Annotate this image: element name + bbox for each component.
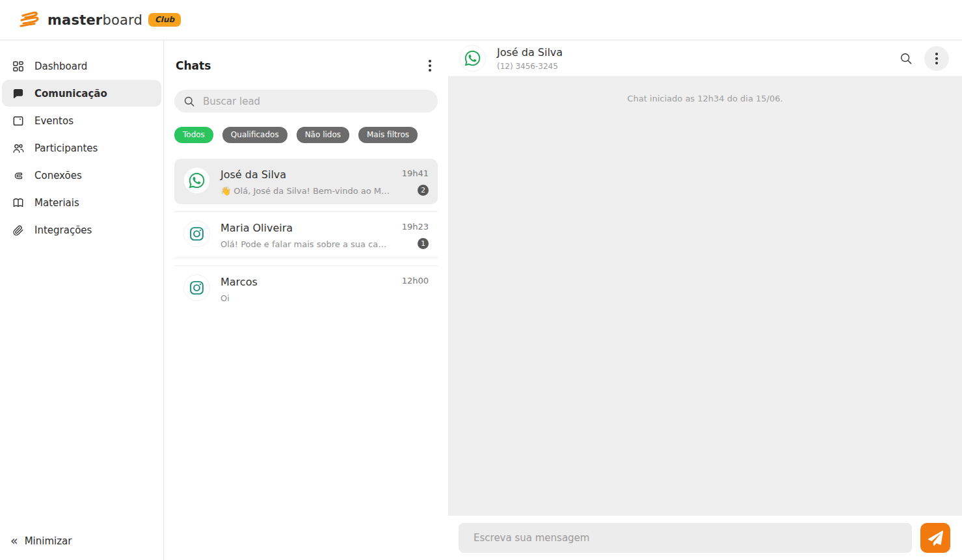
sidebar-item-label: Comunicação <box>34 88 107 100</box>
chat-started-status: Chat iniciado as 12h34 do dia 15/06. <box>627 94 782 103</box>
brand-name: masterboard <box>47 12 142 28</box>
sidebar-item-label: Conexões <box>34 170 82 181</box>
filter-qualificados[interactable]: Qualificados <box>222 127 287 143</box>
sidebar-item-conexoes[interactable]: Conexões <box>2 162 161 189</box>
chevron-double-left-icon: « <box>10 535 18 547</box>
sidebar-item-integracoes[interactable]: Integrações <box>2 217 161 243</box>
sidebar-item-comunicacao[interactable]: Comunicação <box>2 80 161 107</box>
sidebar-item-materiais[interactable]: Materiais <box>2 189 161 216</box>
chat-preview: Oi <box>220 293 392 303</box>
chats-title: Chats <box>176 59 211 72</box>
magnet-icon <box>11 168 25 182</box>
app-logo: masterboard Club <box>18 10 181 30</box>
search-icon <box>899 51 913 66</box>
chat-time: 19h41 <box>402 168 429 178</box>
whatsapp-icon <box>183 167 210 194</box>
conversation-panel: José da Silva (12) 3456-3245 Chat inicia… <box>448 40 962 560</box>
minimize-label: Minimizar <box>25 535 72 547</box>
chat-bubble-icon <box>11 87 25 100</box>
sidebar-item-participantes[interactable]: Participantes <box>2 135 161 161</box>
filter-todos[interactable]: Todos <box>174 127 213 143</box>
filter-chips: Todos Qualificados Não lidos Mais filtro… <box>174 127 438 143</box>
filter-mais-filtros[interactable]: Mais filtros <box>358 127 418 143</box>
unread-badge: 1 <box>418 238 429 249</box>
instagram-icon <box>183 274 210 301</box>
filter-nao-lidos[interactable]: Não lidos <box>297 127 349 143</box>
message-composer <box>448 516 962 560</box>
sidebar-nav: Dashboard Comunicação Eventos <box>0 52 163 244</box>
sidebar-item-label: Eventos <box>34 115 73 127</box>
book-icon <box>11 196 25 209</box>
calendar-window-icon <box>11 114 25 127</box>
chats-panel: Chats Todos Qualificados Não lidos Mais … <box>164 40 448 560</box>
conversation-contact-name: José da Silva <box>497 46 563 59</box>
chat-list-item-jose[interactable]: José da Silva 👋 Olá, José da Silva! Bem-… <box>174 159 438 204</box>
lead-search[interactable] <box>174 90 438 113</box>
conversation-contact-phone: (12) 3456-3245 <box>497 62 563 71</box>
brand-bold: master <box>47 12 102 28</box>
chat-preview: Olá! Pode e falar mais sobre a sua campa… <box>220 239 392 249</box>
sidebar-item-eventos[interactable]: Eventos <box>2 107 161 134</box>
sidebar-item-label: Integrações <box>34 224 92 236</box>
message-input[interactable] <box>459 523 912 553</box>
conversation-header: José da Silva (12) 3456-3245 <box>448 40 962 76</box>
conversation-menu-button[interactable] <box>924 46 949 71</box>
lead-search-input[interactable] <box>203 96 429 107</box>
chat-list: José da Silva 👋 Olá, José da Silva! Bem-… <box>174 159 438 312</box>
sidebar-item-label: Participantes <box>34 142 98 154</box>
chat-time: 19h23 <box>402 222 429 232</box>
paperclip-icon <box>11 223 25 237</box>
app-header: masterboard Club <box>0 0 962 40</box>
chat-list-item-maria[interactable]: Maria Oliveira Olá! Pode e falar mais so… <box>174 211 438 258</box>
chat-preview: 👋 Olá, José da Silva! Bem-vindo ao Maste… <box>220 186 392 196</box>
minimize-sidebar-button[interactable]: « Minimizar <box>0 528 163 553</box>
chat-list-item-marcos[interactable]: Marcos Oi 12h00 <box>174 265 438 312</box>
chats-menu-button[interactable] <box>423 57 436 74</box>
unread-badge: 2 <box>418 185 429 196</box>
conversation-body: Chat iniciado as 12h34 do dia 15/06. <box>448 76 962 516</box>
sidebar-item-dashboard[interactable]: Dashboard <box>2 53 161 79</box>
search-icon <box>183 95 196 108</box>
chats-panel-header: Chats <box>174 52 438 74</box>
people-icon <box>11 141 25 155</box>
brand-light: board <box>102 12 142 28</box>
chat-time: 12h00 <box>402 276 429 286</box>
club-badge: Club <box>148 13 181 27</box>
chat-contact-name: Maria Oliveira <box>220 222 392 234</box>
whatsapp-icon <box>459 45 486 72</box>
sidebar-item-label: Materiais <box>34 197 79 209</box>
sidebar-item-label: Dashboard <box>34 60 87 72</box>
send-button[interactable] <box>920 523 950 553</box>
instagram-icon <box>183 220 210 247</box>
sidebar: Dashboard Comunicação Eventos <box>0 40 164 560</box>
send-icon <box>928 531 943 546</box>
masterboard-logo-icon <box>18 10 42 30</box>
chat-contact-name: Marcos <box>220 276 392 288</box>
chat-contact-name: José da Silva <box>220 168 392 181</box>
conversation-search-button[interactable] <box>896 49 916 68</box>
dashboard-icon <box>11 59 25 73</box>
